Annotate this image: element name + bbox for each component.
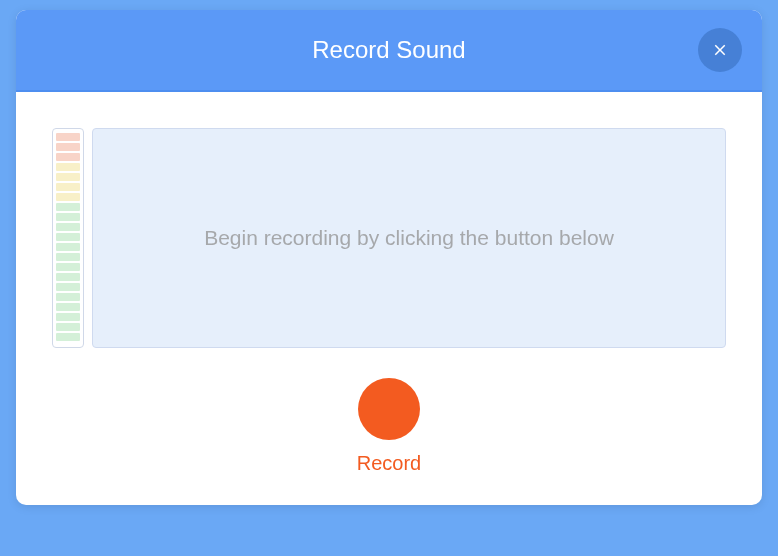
level-bar bbox=[56, 133, 80, 141]
level-bar bbox=[56, 223, 80, 231]
modal-title: Record Sound bbox=[312, 36, 465, 64]
level-bar bbox=[56, 243, 80, 251]
close-icon bbox=[711, 41, 729, 59]
level-bar bbox=[56, 183, 80, 191]
recording-hint: Begin recording by clicking the button b… bbox=[204, 226, 614, 250]
level-bar bbox=[56, 203, 80, 211]
level-bar bbox=[56, 283, 80, 291]
waveform-area: Begin recording by clicking the button b… bbox=[92, 128, 726, 348]
level-bar bbox=[56, 173, 80, 181]
level-bar bbox=[56, 323, 80, 331]
modal-body: Begin recording by clicking the button b… bbox=[16, 92, 762, 505]
level-meter bbox=[52, 128, 84, 348]
level-bar bbox=[56, 333, 80, 341]
level-bar bbox=[56, 273, 80, 281]
level-bar bbox=[56, 293, 80, 301]
recording-area: Begin recording by clicking the button b… bbox=[52, 128, 726, 348]
level-bar bbox=[56, 313, 80, 321]
record-sound-modal: Record Sound bbox=[16, 10, 762, 505]
level-bar bbox=[56, 153, 80, 161]
modal-header: Record Sound bbox=[16, 10, 762, 92]
close-button[interactable] bbox=[698, 28, 742, 72]
level-bar bbox=[56, 303, 80, 311]
level-bar bbox=[56, 163, 80, 171]
record-button[interactable] bbox=[358, 378, 420, 440]
level-bar bbox=[56, 253, 80, 261]
record-controls: Record bbox=[52, 378, 726, 475]
record-label: Record bbox=[357, 452, 421, 475]
level-bar bbox=[56, 193, 80, 201]
level-bar bbox=[56, 213, 80, 221]
level-bar bbox=[56, 233, 80, 241]
level-bar bbox=[56, 143, 80, 151]
level-bar bbox=[56, 263, 80, 271]
